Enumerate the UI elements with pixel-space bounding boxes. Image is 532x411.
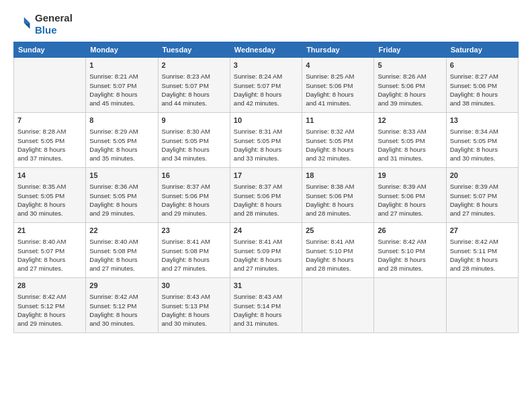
calendar-cell: 22Sunrise: 8:40 AMSunset: 5:08 PMDayligh… bbox=[86, 223, 158, 278]
cell-content: and 32 minutes. bbox=[306, 154, 370, 163]
cell-content: and 27 minutes. bbox=[17, 264, 82, 273]
header-row: SundayMondayTuesdayWednesdayThursdayFrid… bbox=[14, 42, 519, 58]
day-number: 18 bbox=[306, 171, 370, 181]
cell-content: Sunset: 5:07 PM bbox=[234, 81, 298, 90]
day-number: 2 bbox=[162, 60, 226, 71]
day-number: 20 bbox=[450, 171, 515, 181]
cell-content: Sunrise: 8:43 AM bbox=[234, 292, 298, 301]
cell-content: Sunrise: 8:42 AM bbox=[450, 237, 515, 246]
cell-content: and 39 minutes. bbox=[378, 99, 442, 107]
day-number: 24 bbox=[234, 226, 298, 236]
cell-content: Sunrise: 8:40 AM bbox=[89, 237, 154, 246]
calendar-cell: 9Sunrise: 8:30 AMSunset: 5:05 PMDaylight… bbox=[158, 113, 230, 168]
cell-content: Sunset: 5:05 PM bbox=[450, 136, 515, 145]
cell-content: Daylight: 8 hours bbox=[306, 145, 370, 154]
cell-content: Daylight: 8 hours bbox=[234, 90, 298, 99]
cell-content: Sunrise: 8:42 AM bbox=[89, 292, 154, 301]
cell-content: Sunrise: 8:41 AM bbox=[306, 237, 370, 246]
cell-content: Sunset: 5:10 PM bbox=[378, 246, 442, 255]
cell-content: Daylight: 8 hours bbox=[17, 310, 82, 319]
cell-content: Daylight: 8 hours bbox=[306, 90, 370, 99]
calendar-table: SundayMondayTuesdayWednesdayThursdayFrid… bbox=[13, 42, 519, 333]
cell-content: Daylight: 8 hours bbox=[378, 145, 442, 154]
cell-content: Daylight: 8 hours bbox=[306, 200, 370, 209]
cell-content: Sunrise: 8:34 AM bbox=[450, 127, 515, 136]
calendar-cell bbox=[302, 278, 374, 333]
cell-content: Daylight: 8 hours bbox=[378, 200, 442, 209]
day-number: 12 bbox=[378, 116, 442, 126]
day-number: 14 bbox=[17, 171, 82, 181]
cell-content: Sunrise: 8:35 AM bbox=[17, 182, 82, 191]
cell-content: and 28 minutes. bbox=[306, 209, 370, 218]
cell-content: Sunset: 5:05 PM bbox=[378, 136, 442, 145]
cell-content: and 27 minutes. bbox=[89, 264, 154, 273]
day-number: 22 bbox=[89, 226, 154, 236]
svg-marker-1 bbox=[24, 23, 30, 29]
day-number: 23 bbox=[162, 226, 226, 236]
cell-content: and 44 minutes. bbox=[162, 99, 226, 107]
cell-content: Sunrise: 8:30 AM bbox=[162, 127, 226, 136]
week-row-1: 7Sunrise: 8:28 AMSunset: 5:05 PMDaylight… bbox=[14, 113, 519, 168]
cell-content: Sunset: 5:09 PM bbox=[234, 246, 298, 255]
calendar-cell: 10Sunrise: 8:31 AMSunset: 5:05 PMDayligh… bbox=[230, 113, 302, 168]
cell-content: Sunset: 5:13 PM bbox=[162, 302, 226, 310]
logo: General Blue bbox=[13, 12, 73, 36]
cell-content: Daylight: 8 hours bbox=[162, 255, 226, 264]
logo-icon bbox=[13, 15, 32, 34]
header-cell-tuesday: Tuesday bbox=[158, 42, 230, 58]
day-number: 31 bbox=[234, 281, 298, 291]
day-number: 9 bbox=[162, 116, 226, 126]
cell-content: Sunrise: 8:36 AM bbox=[89, 182, 154, 191]
calendar-cell: 7Sunrise: 8:28 AMSunset: 5:05 PMDaylight… bbox=[14, 113, 86, 168]
cell-content: Sunset: 5:06 PM bbox=[162, 191, 226, 200]
cell-content: Sunset: 5:06 PM bbox=[378, 81, 442, 90]
cell-content: Sunrise: 8:28 AM bbox=[17, 127, 82, 136]
calendar-cell: 21Sunrise: 8:40 AMSunset: 5:07 PMDayligh… bbox=[14, 223, 86, 278]
day-number: 26 bbox=[378, 226, 442, 236]
cell-content: Sunset: 5:10 PM bbox=[306, 246, 370, 255]
day-number: 7 bbox=[17, 116, 82, 126]
cell-content: Sunrise: 8:26 AM bbox=[378, 72, 442, 81]
cell-content: Sunrise: 8:39 AM bbox=[378, 182, 442, 191]
cell-content: and 27 minutes. bbox=[162, 264, 226, 273]
calendar-cell: 15Sunrise: 8:36 AMSunset: 5:05 PMDayligh… bbox=[86, 168, 158, 223]
calendar-cell: 20Sunrise: 8:39 AMSunset: 5:07 PMDayligh… bbox=[446, 168, 518, 223]
cell-content: Sunset: 5:07 PM bbox=[89, 81, 154, 90]
cell-content: Sunrise: 8:32 AM bbox=[306, 127, 370, 136]
cell-content: Sunrise: 8:40 AM bbox=[17, 237, 82, 246]
day-number: 1 bbox=[89, 60, 154, 71]
cell-content: Daylight: 8 hours bbox=[450, 255, 515, 264]
calendar-cell: 16Sunrise: 8:37 AMSunset: 5:06 PMDayligh… bbox=[158, 168, 230, 223]
cell-content: Sunrise: 8:41 AM bbox=[162, 237, 226, 246]
calendar-cell bbox=[374, 278, 446, 333]
cell-content: Daylight: 8 hours bbox=[89, 145, 154, 154]
cell-content: Daylight: 8 hours bbox=[450, 90, 515, 99]
cell-content: Daylight: 8 hours bbox=[89, 200, 154, 209]
day-number: 27 bbox=[450, 226, 515, 236]
cell-content: and 35 minutes. bbox=[89, 154, 154, 163]
day-number: 8 bbox=[89, 116, 154, 126]
cell-content: Sunrise: 8:43 AM bbox=[162, 292, 226, 301]
day-number: 19 bbox=[378, 171, 442, 181]
day-number: 4 bbox=[306, 60, 370, 71]
cell-content: Sunrise: 8:37 AM bbox=[234, 182, 298, 191]
cell-content: Sunset: 5:08 PM bbox=[89, 246, 154, 255]
cell-content: Sunset: 5:06 PM bbox=[378, 191, 442, 200]
calendar-cell: 11Sunrise: 8:32 AMSunset: 5:05 PMDayligh… bbox=[302, 113, 374, 168]
calendar-cell: 29Sunrise: 8:42 AMSunset: 5:12 PMDayligh… bbox=[86, 278, 158, 333]
cell-content: Sunset: 5:06 PM bbox=[450, 81, 515, 90]
week-row-3: 21Sunrise: 8:40 AMSunset: 5:07 PMDayligh… bbox=[14, 223, 519, 278]
calendar-cell: 12Sunrise: 8:33 AMSunset: 5:05 PMDayligh… bbox=[374, 113, 446, 168]
calendar-cell bbox=[446, 278, 518, 333]
header-cell-saturday: Saturday bbox=[446, 42, 518, 58]
header-cell-sunday: Sunday bbox=[14, 42, 86, 58]
calendar-cell: 5Sunrise: 8:26 AMSunset: 5:06 PMDaylight… bbox=[374, 58, 446, 113]
cell-content: Daylight: 8 hours bbox=[162, 90, 226, 99]
cell-content: Daylight: 8 hours bbox=[89, 255, 154, 264]
cell-content: Sunrise: 8:42 AM bbox=[378, 237, 442, 246]
cell-content: and 27 minutes. bbox=[378, 209, 442, 218]
cell-content: Sunrise: 8:37 AM bbox=[162, 182, 226, 191]
day-number: 17 bbox=[234, 171, 298, 181]
cell-content: Daylight: 8 hours bbox=[234, 200, 298, 209]
cell-content: Sunset: 5:14 PM bbox=[234, 302, 298, 310]
